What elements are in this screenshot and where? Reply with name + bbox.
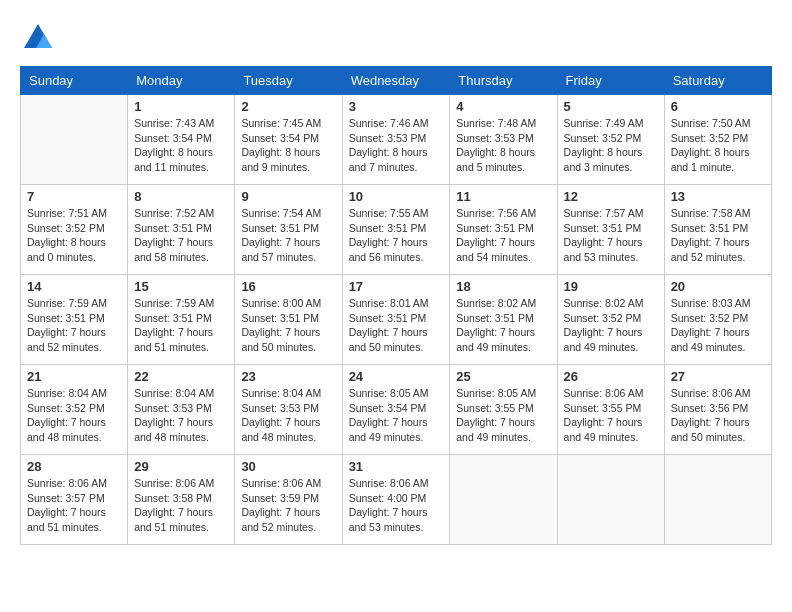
day-number: 21: [27, 369, 121, 384]
calendar-cell: 13Sunrise: 7:58 AM Sunset: 3:51 PM Dayli…: [664, 185, 771, 275]
calendar-cell: 14Sunrise: 7:59 AM Sunset: 3:51 PM Dayli…: [21, 275, 128, 365]
day-number: 15: [134, 279, 228, 294]
day-number: 19: [564, 279, 658, 294]
day-number: 23: [241, 369, 335, 384]
day-info: Sunrise: 7:45 AM Sunset: 3:54 PM Dayligh…: [241, 116, 335, 175]
day-info: Sunrise: 8:02 AM Sunset: 3:52 PM Dayligh…: [564, 296, 658, 355]
calendar-cell: 20Sunrise: 8:03 AM Sunset: 3:52 PM Dayli…: [664, 275, 771, 365]
calendar-cell: 25Sunrise: 8:05 AM Sunset: 3:55 PM Dayli…: [450, 365, 557, 455]
calendar-cell: [21, 95, 128, 185]
header-sunday: Sunday: [21, 67, 128, 95]
day-info: Sunrise: 7:52 AM Sunset: 3:51 PM Dayligh…: [134, 206, 228, 265]
day-number: 3: [349, 99, 444, 114]
day-number: 29: [134, 459, 228, 474]
day-info: Sunrise: 8:06 AM Sunset: 3:55 PM Dayligh…: [564, 386, 658, 445]
calendar-cell: 2Sunrise: 7:45 AM Sunset: 3:54 PM Daylig…: [235, 95, 342, 185]
calendar-cell: [450, 455, 557, 545]
calendar-cell: 27Sunrise: 8:06 AM Sunset: 3:56 PM Dayli…: [664, 365, 771, 455]
day-number: 8: [134, 189, 228, 204]
day-number: 7: [27, 189, 121, 204]
calendar-cell: 6Sunrise: 7:50 AM Sunset: 3:52 PM Daylig…: [664, 95, 771, 185]
day-info: Sunrise: 8:04 AM Sunset: 3:52 PM Dayligh…: [27, 386, 121, 445]
day-info: Sunrise: 7:48 AM Sunset: 3:53 PM Dayligh…: [456, 116, 550, 175]
calendar-cell: 23Sunrise: 8:04 AM Sunset: 3:53 PM Dayli…: [235, 365, 342, 455]
day-info: Sunrise: 7:50 AM Sunset: 3:52 PM Dayligh…: [671, 116, 765, 175]
day-info: Sunrise: 8:01 AM Sunset: 3:51 PM Dayligh…: [349, 296, 444, 355]
calendar-cell: 29Sunrise: 8:06 AM Sunset: 3:58 PM Dayli…: [128, 455, 235, 545]
calendar-week-3: 14Sunrise: 7:59 AM Sunset: 3:51 PM Dayli…: [21, 275, 772, 365]
day-info: Sunrise: 7:49 AM Sunset: 3:52 PM Dayligh…: [564, 116, 658, 175]
calendar-cell: 19Sunrise: 8:02 AM Sunset: 3:52 PM Dayli…: [557, 275, 664, 365]
day-info: Sunrise: 8:02 AM Sunset: 3:51 PM Dayligh…: [456, 296, 550, 355]
calendar-week-4: 21Sunrise: 8:04 AM Sunset: 3:52 PM Dayli…: [21, 365, 772, 455]
calendar-header-row: SundayMondayTuesdayWednesdayThursdayFrid…: [21, 67, 772, 95]
calendar-week-1: 1Sunrise: 7:43 AM Sunset: 3:54 PM Daylig…: [21, 95, 772, 185]
calendar-cell: 5Sunrise: 7:49 AM Sunset: 3:52 PM Daylig…: [557, 95, 664, 185]
day-info: Sunrise: 8:06 AM Sunset: 4:00 PM Dayligh…: [349, 476, 444, 535]
calendar-cell: 17Sunrise: 8:01 AM Sunset: 3:51 PM Dayli…: [342, 275, 450, 365]
day-info: Sunrise: 7:46 AM Sunset: 3:53 PM Dayligh…: [349, 116, 444, 175]
day-number: 1: [134, 99, 228, 114]
day-number: 18: [456, 279, 550, 294]
header-friday: Friday: [557, 67, 664, 95]
calendar-cell: 10Sunrise: 7:55 AM Sunset: 3:51 PM Dayli…: [342, 185, 450, 275]
day-info: Sunrise: 7:58 AM Sunset: 3:51 PM Dayligh…: [671, 206, 765, 265]
calendar-cell: 3Sunrise: 7:46 AM Sunset: 3:53 PM Daylig…: [342, 95, 450, 185]
calendar-cell: 7Sunrise: 7:51 AM Sunset: 3:52 PM Daylig…: [21, 185, 128, 275]
day-info: Sunrise: 7:57 AM Sunset: 3:51 PM Dayligh…: [564, 206, 658, 265]
day-number: 12: [564, 189, 658, 204]
calendar-cell: 28Sunrise: 8:06 AM Sunset: 3:57 PM Dayli…: [21, 455, 128, 545]
calendar: SundayMondayTuesdayWednesdayThursdayFrid…: [20, 66, 772, 545]
day-number: 26: [564, 369, 658, 384]
day-number: 30: [241, 459, 335, 474]
calendar-cell: 15Sunrise: 7:59 AM Sunset: 3:51 PM Dayli…: [128, 275, 235, 365]
day-info: Sunrise: 8:06 AM Sunset: 3:57 PM Dayligh…: [27, 476, 121, 535]
day-info: Sunrise: 8:05 AM Sunset: 3:54 PM Dayligh…: [349, 386, 444, 445]
day-info: Sunrise: 7:56 AM Sunset: 3:51 PM Dayligh…: [456, 206, 550, 265]
day-number: 27: [671, 369, 765, 384]
day-number: 4: [456, 99, 550, 114]
day-number: 13: [671, 189, 765, 204]
day-number: 31: [349, 459, 444, 474]
header-saturday: Saturday: [664, 67, 771, 95]
day-number: 25: [456, 369, 550, 384]
calendar-cell: 31Sunrise: 8:06 AM Sunset: 4:00 PM Dayli…: [342, 455, 450, 545]
calendar-cell: [557, 455, 664, 545]
calendar-cell: 16Sunrise: 8:00 AM Sunset: 3:51 PM Dayli…: [235, 275, 342, 365]
calendar-week-2: 7Sunrise: 7:51 AM Sunset: 3:52 PM Daylig…: [21, 185, 772, 275]
calendar-cell: 22Sunrise: 8:04 AM Sunset: 3:53 PM Dayli…: [128, 365, 235, 455]
day-info: Sunrise: 8:05 AM Sunset: 3:55 PM Dayligh…: [456, 386, 550, 445]
day-number: 5: [564, 99, 658, 114]
day-info: Sunrise: 7:59 AM Sunset: 3:51 PM Dayligh…: [134, 296, 228, 355]
calendar-week-5: 28Sunrise: 8:06 AM Sunset: 3:57 PM Dayli…: [21, 455, 772, 545]
day-number: 16: [241, 279, 335, 294]
calendar-cell: 12Sunrise: 7:57 AM Sunset: 3:51 PM Dayli…: [557, 185, 664, 275]
calendar-cell: 8Sunrise: 7:52 AM Sunset: 3:51 PM Daylig…: [128, 185, 235, 275]
calendar-cell: 4Sunrise: 7:48 AM Sunset: 3:53 PM Daylig…: [450, 95, 557, 185]
day-info: Sunrise: 8:06 AM Sunset: 3:58 PM Dayligh…: [134, 476, 228, 535]
day-number: 28: [27, 459, 121, 474]
day-info: Sunrise: 8:06 AM Sunset: 3:59 PM Dayligh…: [241, 476, 335, 535]
calendar-cell: 1Sunrise: 7:43 AM Sunset: 3:54 PM Daylig…: [128, 95, 235, 185]
day-number: 9: [241, 189, 335, 204]
calendar-cell: [664, 455, 771, 545]
day-number: 22: [134, 369, 228, 384]
calendar-cell: 24Sunrise: 8:05 AM Sunset: 3:54 PM Dayli…: [342, 365, 450, 455]
header-wednesday: Wednesday: [342, 67, 450, 95]
day-number: 24: [349, 369, 444, 384]
day-info: Sunrise: 8:06 AM Sunset: 3:56 PM Dayligh…: [671, 386, 765, 445]
day-info: Sunrise: 8:03 AM Sunset: 3:52 PM Dayligh…: [671, 296, 765, 355]
day-number: 6: [671, 99, 765, 114]
day-info: Sunrise: 8:00 AM Sunset: 3:51 PM Dayligh…: [241, 296, 335, 355]
day-number: 20: [671, 279, 765, 294]
calendar-cell: 18Sunrise: 8:02 AM Sunset: 3:51 PM Dayli…: [450, 275, 557, 365]
day-number: 2: [241, 99, 335, 114]
day-info: Sunrise: 7:59 AM Sunset: 3:51 PM Dayligh…: [27, 296, 121, 355]
day-number: 10: [349, 189, 444, 204]
calendar-cell: 26Sunrise: 8:06 AM Sunset: 3:55 PM Dayli…: [557, 365, 664, 455]
calendar-cell: 9Sunrise: 7:54 AM Sunset: 3:51 PM Daylig…: [235, 185, 342, 275]
header-tuesday: Tuesday: [235, 67, 342, 95]
day-number: 14: [27, 279, 121, 294]
header-monday: Monday: [128, 67, 235, 95]
day-info: Sunrise: 7:43 AM Sunset: 3:54 PM Dayligh…: [134, 116, 228, 175]
